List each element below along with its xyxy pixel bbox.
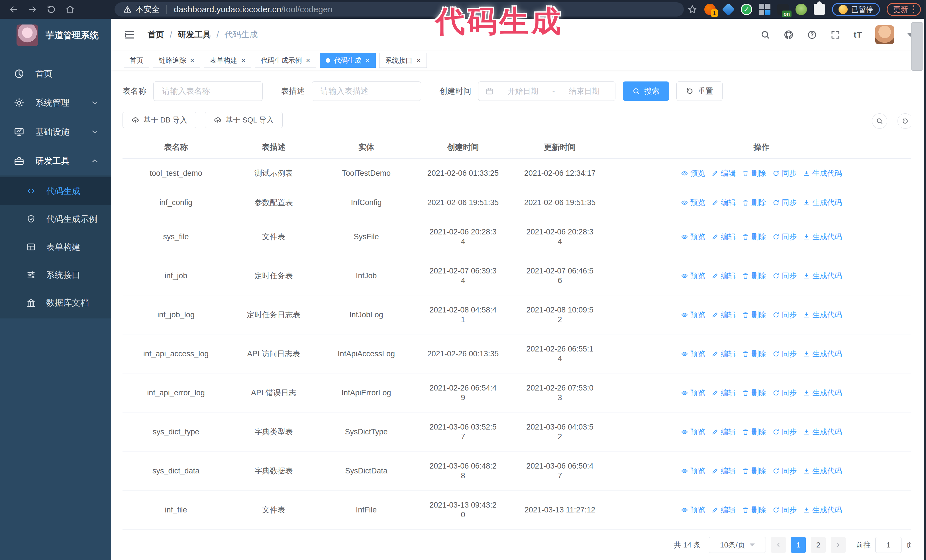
prev-page-button[interactable]: [771, 537, 786, 553]
scrollbar-track[interactable]: [911, 19, 924, 560]
action-preview[interactable]: 预览: [681, 310, 705, 320]
action-sync[interactable]: 同步: [772, 232, 797, 242]
back-icon[interactable]: [9, 4, 19, 15]
action-sync[interactable]: 同步: [772, 310, 797, 320]
action-generate-code[interactable]: 生成代码: [803, 198, 842, 207]
sidebar-subitem-sliders[interactable]: 系统接口: [0, 261, 111, 289]
sidebar-item-gear[interactable]: 系统管理: [0, 88, 111, 117]
action-sync[interactable]: 同步: [772, 388, 797, 398]
sidebar-subitem-shield[interactable]: 代码生成示例: [0, 205, 111, 233]
page-button-1[interactable]: 1: [791, 537, 806, 553]
tab-链路追踪[interactable]: 链路追踪×: [153, 53, 200, 68]
breadcrumb-home[interactable]: 首页: [148, 29, 164, 41]
browser-home-icon[interactable]: [65, 4, 75, 15]
action-generate-code[interactable]: 生成代码: [803, 349, 842, 359]
page-button-2[interactable]: 2: [811, 537, 826, 553]
date-range-picker[interactable]: 开始日期 - 结束日期: [478, 82, 616, 101]
action-edit[interactable]: 编辑: [711, 466, 736, 476]
extension-icon-check[interactable]: ✓: [741, 4, 752, 15]
action-edit[interactable]: 编辑: [711, 310, 736, 320]
action-preview[interactable]: 预览: [681, 505, 705, 515]
action-delete[interactable]: 删除: [742, 427, 766, 437]
action-edit[interactable]: 编辑: [711, 168, 736, 178]
import-db-button[interactable]: 基于 DB 导入: [123, 112, 196, 128]
action-preview[interactable]: 预览: [681, 271, 705, 281]
reset-button[interactable]: 重置: [676, 82, 723, 101]
tab-close-icon[interactable]: ×: [416, 57, 421, 64]
action-preview[interactable]: 预览: [681, 427, 705, 437]
action-sync[interactable]: 同步: [772, 198, 797, 207]
fullscreen-icon[interactable]: [830, 30, 841, 40]
address-bar[interactable]: 不安全 dashboard.yudao.iocoder.cn/tool/code…: [115, 2, 684, 17]
action-delete[interactable]: 删除: [742, 168, 766, 178]
extension-icon-orange[interactable]: 1: [704, 4, 716, 15]
tab-代码生成[interactable]: 代码生成×: [320, 53, 376, 68]
import-sql-button[interactable]: 基于 SQL 导入: [205, 112, 283, 128]
action-generate-code[interactable]: 生成代码: [803, 232, 842, 242]
extension-icon-dark[interactable]: on: [777, 4, 789, 15]
tab-首页[interactable]: 首页: [124, 53, 149, 68]
action-edit[interactable]: 编辑: [711, 388, 736, 398]
action-edit[interactable]: 编辑: [711, 198, 736, 207]
reload-icon[interactable]: [46, 4, 56, 15]
github-icon[interactable]: [784, 30, 794, 40]
tab-close-icon[interactable]: ×: [190, 57, 194, 64]
breadcrumb-devtools[interactable]: 研发工具: [178, 29, 211, 41]
page-size-select[interactable]: 10条/页: [709, 537, 766, 553]
action-preview[interactable]: 预览: [681, 232, 705, 242]
extension-icon-gem[interactable]: [723, 4, 734, 15]
tab-代码生成示例[interactable]: 代码生成示例×: [255, 53, 316, 68]
scrollbar-thumb[interactable]: [911, 22, 923, 71]
action-sync[interactable]: 同步: [772, 271, 797, 281]
extension-icon-monkey[interactable]: [796, 4, 807, 15]
action-edit[interactable]: 编辑: [711, 505, 736, 515]
paused-extension-pill[interactable]: 已暂停: [832, 3, 880, 16]
forward-icon[interactable]: [27, 4, 38, 15]
user-avatar[interactable]: [875, 25, 894, 44]
action-preview[interactable]: 预览: [681, 388, 705, 398]
action-sync[interactable]: 同步: [772, 349, 797, 359]
bookmark-star-icon[interactable]: [687, 4, 698, 15]
action-sync[interactable]: 同步: [772, 505, 797, 515]
action-generate-code[interactable]: 生成代码: [803, 388, 842, 398]
action-delete[interactable]: 删除: [742, 271, 766, 281]
action-generate-code[interactable]: 生成代码: [803, 168, 842, 178]
search-button[interactable]: 搜索: [623, 82, 669, 101]
action-preview[interactable]: 预览: [681, 349, 705, 359]
kebab-menu-icon[interactable]: [912, 5, 914, 14]
toggle-search-button[interactable]: [872, 113, 887, 129]
sidebar-item-monitor[interactable]: 基础设施: [0, 117, 111, 146]
sidebar-subitem-db[interactable]: 数据库文档: [0, 289, 111, 317]
action-preview[interactable]: 预览: [681, 466, 705, 476]
next-page-button[interactable]: [831, 537, 846, 553]
action-delete[interactable]: 删除: [742, 466, 766, 476]
extension-icon-grid[interactable]: [759, 4, 770, 15]
action-edit[interactable]: 编辑: [711, 232, 736, 242]
action-delete[interactable]: 删除: [742, 349, 766, 359]
sidebar-subitem-code[interactable]: 代码生成: [0, 177, 111, 205]
sidebar-item-home[interactable]: 首页: [0, 59, 111, 88]
sidebar-subitem-form[interactable]: 表单构建: [0, 233, 111, 261]
action-delete[interactable]: 删除: [742, 505, 766, 515]
action-edit[interactable]: 编辑: [711, 271, 736, 281]
action-sync[interactable]: 同步: [772, 427, 797, 437]
action-generate-code[interactable]: 生成代码: [803, 271, 842, 281]
action-generate-code[interactable]: 生成代码: [803, 310, 842, 320]
font-size-icon[interactable]: tT: [853, 30, 862, 39]
action-delete[interactable]: 删除: [742, 310, 766, 320]
action-sync[interactable]: 同步: [772, 168, 797, 178]
action-preview[interactable]: 预览: [681, 168, 705, 178]
refresh-table-button[interactable]: [897, 113, 913, 129]
update-browser-button[interactable]: 更新: [887, 3, 921, 16]
extensions-puzzle-icon[interactable]: [814, 4, 825, 15]
action-edit[interactable]: 编辑: [711, 427, 736, 437]
goto-page-input[interactable]: [875, 537, 902, 553]
action-generate-code[interactable]: 生成代码: [803, 427, 842, 437]
search-icon[interactable]: [760, 30, 770, 40]
sidebar-item-toolbox[interactable]: 研发工具: [0, 146, 111, 175]
action-generate-code[interactable]: 生成代码: [803, 466, 842, 476]
action-delete[interactable]: 删除: [742, 198, 766, 207]
action-edit[interactable]: 编辑: [711, 349, 736, 359]
action-delete[interactable]: 删除: [742, 388, 766, 398]
tab-close-icon[interactable]: ×: [306, 57, 310, 64]
